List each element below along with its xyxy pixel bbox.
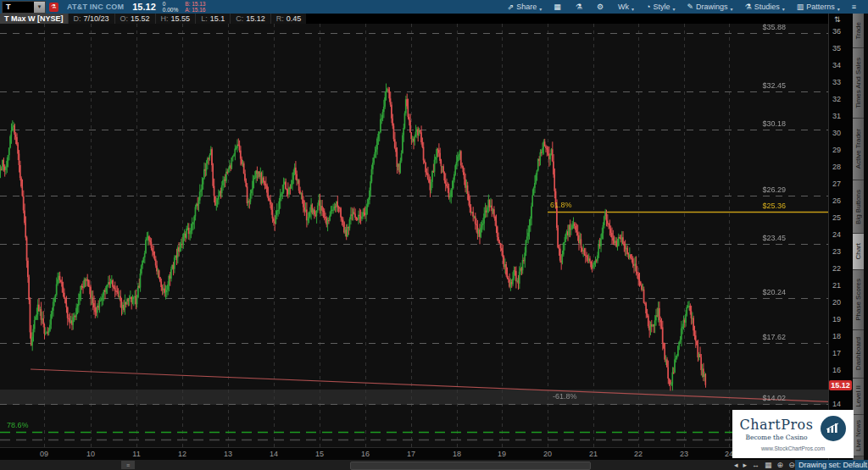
zoom-out-icon[interactable]: ⊖ — [788, 461, 795, 469]
change-value: 0 — [163, 1, 178, 7]
grid-icon[interactable]: ▦ — [765, 461, 772, 469]
ohlc-field: D:7/10/23 — [68, 14, 114, 24]
time-tick: 22 — [628, 450, 648, 458]
sidebar-tab-dashboard[interactable]: Dashboard — [853, 330, 864, 379]
chevron-down-icon: ▾ — [731, 6, 733, 12]
level-label: $17.62 — [762, 333, 786, 341]
chart-title: T Max W [NYSE] — [0, 14, 68, 24]
sidebar-tab-level-ii[interactable]: Level II — [853, 379, 864, 415]
price-tick: 25 — [832, 213, 841, 222]
price-tick: 27 — [832, 180, 841, 188]
ohlc-field-label: O: — [120, 14, 129, 23]
ohlc-field-label: R: — [276, 14, 284, 23]
zoom-in-icon[interactable]: ⊕ — [777, 461, 784, 469]
fib-786-label: 78.6% — [7, 421, 29, 429]
timeframe-label: Wk — [618, 3, 629, 11]
sidebar-tab-label: Big Buttons — [854, 190, 862, 224]
ohlc-bar: T Max W [NYSE] D:7/10/23O:15.52H:15.55L:… — [0, 14, 828, 24]
time-tick: 17 — [401, 450, 421, 458]
price-axis[interactable]: ⇅ 14151617181920212223242526272829303132… — [828, 14, 854, 460]
price-tick: 17 — [832, 349, 841, 357]
sidebar-tab-trade[interactable]: Trade — [853, 14, 864, 48]
thinkorswim-chart-window: T ▼ ⚗ AT&T INC COM 15.12 0 0.00% B: 15.1… — [0, 0, 868, 470]
chartpros-logo: ChartPros Become the Casino www.StockCha… — [732, 410, 854, 458]
ohlc-field: O:15.52 — [114, 14, 155, 24]
price-tick: 18 — [832, 332, 841, 340]
pan-left-icon[interactable]: ◂ — [734, 461, 738, 469]
status-bar: ≡ ◂▸↔▦⊕⊖╱ Drawing set: Default — [0, 460, 868, 470]
time-tick: 11 — [126, 450, 147, 458]
last-price-bubble: 15.12 — [829, 380, 852, 390]
settings-button[interactable]: ⚙ — [591, 0, 612, 14]
ohlc-field-label: L: — [201, 14, 208, 23]
time-axis[interactable]: 09101112131415161718192021222324 — [0, 447, 828, 461]
time-tick: 20 — [537, 450, 558, 458]
flask-icon: ⚗ — [576, 3, 582, 11]
style-button[interactable]: ◔Style▾ — [640, 0, 681, 14]
share-icon: ⇗ — [508, 3, 515, 11]
ohlc-field-value: 15.1 — [210, 14, 225, 23]
time-tick: 14 — [264, 450, 284, 458]
sidebar-tab-big-buttons[interactable]: Big Buttons — [853, 180, 864, 234]
price-tick: 16 — [832, 366, 841, 374]
drawings-button[interactable]: ✎Drawings▾ — [681, 0, 738, 14]
logo-tagline: Become the Casino — [745, 434, 807, 441]
sidebar-tab-chart[interactable]: Chart — [853, 234, 864, 270]
time-tick: 10 — [81, 450, 101, 458]
style-icon: ◔ — [646, 3, 650, 11]
pan-right-icon[interactable]: ▸ — [743, 461, 748, 469]
scrollbar-handle[interactable]: ≡ — [121, 461, 135, 469]
price-tick: 31 — [832, 112, 841, 120]
fit-width-icon[interactable]: ↔ — [752, 461, 760, 469]
price-tick: 19 — [832, 315, 841, 323]
sidebar-tab-live-news[interactable]: Live News — [853, 415, 864, 456]
ohlc-field: C:15.12 — [230, 14, 270, 24]
time-tick: 12 — [172, 450, 192, 458]
level-label: $25.36 — [762, 202, 786, 210]
right-gadget-sidebar: TradeTimes And SalesActive TraderBig But… — [853, 14, 864, 460]
chart-region[interactable]: $35.88$32.45$30.18$26.29$25.36$23.45$20.… — [0, 24, 828, 447]
level-label: $14.02 — [762, 394, 786, 402]
symbol-input[interactable]: T ▼ — [2, 1, 46, 14]
drawing-set-selector[interactable]: Drawing set: Default — [795, 460, 868, 470]
fib-618-label: 61.8% — [550, 201, 572, 209]
analysis-button[interactable]: ⚗ — [570, 0, 591, 14]
sidebar-tab-times-and-sales[interactable]: Times And Sales — [853, 48, 864, 119]
scrollbar-thumb[interactable] — [350, 462, 591, 470]
symbol-dropdown-icon[interactable]: ▼ — [34, 2, 45, 13]
studies-label: Studies — [754, 3, 780, 11]
pencil-icon: ✎ — [687, 3, 693, 11]
style-label: Style — [653, 3, 670, 11]
bid-ask-block: B: 15.13 A: 15.16 — [185, 1, 205, 13]
share-button[interactable]: ⇗Share▾ — [502, 0, 548, 14]
chevron-down-icon: ▾ — [782, 6, 785, 12]
calendar-button[interactable]: ▦ — [548, 0, 570, 14]
live-trading-badge-icon: ⚗ — [49, 3, 58, 12]
price-tick: 32 — [832, 95, 841, 103]
logo-url: www.StockChartPros.com — [761, 445, 825, 451]
time-tick: 15 — [309, 450, 330, 458]
studies-button[interactable]: ⚗Studies▾ — [739, 0, 791, 14]
logo-title: ChartPros — [740, 417, 814, 433]
price-tick: 35 — [832, 44, 841, 53]
menu-button[interactable]: ≡ — [846, 0, 865, 14]
axis-autoscale-icon[interactable]: ⇅ — [834, 15, 841, 24]
company-name: AT&T INC COM — [67, 3, 124, 11]
price-tick: 23 — [832, 247, 841, 256]
candlestick-chart[interactable] — [0, 24, 828, 447]
chevron-down-icon: ▾ — [632, 6, 634, 12]
sidebar-tab-active-trader[interactable]: Active Trader — [853, 119, 864, 180]
price-tick: 33 — [832, 78, 841, 86]
sidebar-tab-phase-scores[interactable]: Phase Scores — [853, 270, 864, 330]
sidebar-tab-label: Chart — [854, 243, 862, 260]
calendar-icon: ▦ — [554, 3, 561, 11]
beaker-icon: ⚗ — [745, 3, 752, 11]
time-tick: 13 — [218, 450, 238, 458]
timeframe-button[interactable]: Wk▾ — [612, 0, 640, 14]
price-tick: 36 — [832, 27, 841, 36]
hamburger-icon: ≡ — [852, 3, 856, 11]
level-label: $32.45 — [762, 81, 786, 90]
patterns-button[interactable]: ▥Patterns▾ — [791, 0, 846, 14]
sidebar-tab-label: Dashboard — [854, 337, 862, 370]
sidebar-tab-label: Active Trader — [854, 129, 862, 169]
